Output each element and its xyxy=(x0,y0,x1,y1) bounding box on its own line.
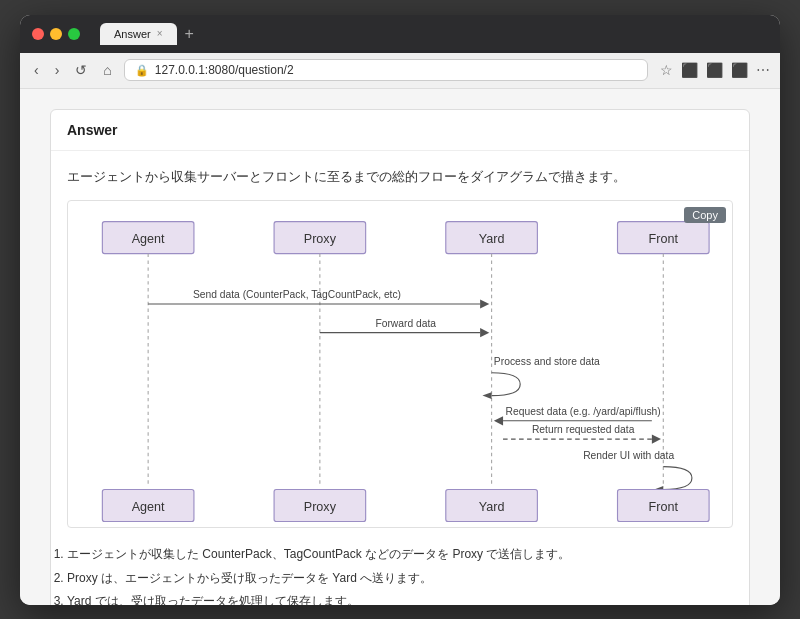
svg-marker-19 xyxy=(482,392,491,399)
svg-text:Yard: Yard xyxy=(479,500,505,514)
tab-title: Answer xyxy=(114,28,151,40)
page-content: Answer エージェントから収集サーバーとフロントに至るまでの総的フローをダイ… xyxy=(20,89,780,605)
svg-text:Return requested data: Return requested data xyxy=(532,424,635,435)
nav-bar: ‹ › ↺ ⌂ 🔒 127.0.0.1:8080/question/2 ☆ ⬛ … xyxy=(20,53,780,89)
svg-text:Forward data: Forward data xyxy=(375,318,436,329)
numbered-list: エージェントが収集した CounterPack、TagCountPack などの… xyxy=(67,544,733,604)
traffic-lights xyxy=(32,28,80,40)
svg-text:Send data (CounterPack, TagCou: Send data (CounterPack, TagCountPack, et… xyxy=(193,289,401,300)
title-bar: Answer × + xyxy=(20,15,780,53)
svg-marker-24 xyxy=(652,435,661,444)
svg-text:Process and store data: Process and store data xyxy=(494,356,600,367)
nav-actions: ☆ ⬛ ⬛ ⬛ ⋯ xyxy=(660,62,770,78)
svg-text:Front: Front xyxy=(649,232,679,246)
maximize-dot[interactable] xyxy=(68,28,80,40)
tab-close-btn[interactable]: × xyxy=(157,28,163,39)
svg-marker-21 xyxy=(494,416,503,425)
svg-text:Proxy: Proxy xyxy=(304,500,337,514)
home-button[interactable]: ⌂ xyxy=(99,60,115,80)
more-button[interactable]: ⋯ xyxy=(756,62,770,78)
svg-text:Agent: Agent xyxy=(132,232,165,246)
active-tab[interactable]: Answer × xyxy=(100,23,177,45)
browser-window: Answer × + ‹ › ↺ ⌂ 🔒 127.0.0.1:8080/ques… xyxy=(20,15,780,605)
answer-title: Answer xyxy=(67,122,118,138)
list-item: Yard では、受け取ったデータを処理して保存します。 xyxy=(67,591,733,604)
address-bar[interactable]: 🔒 127.0.0.1:8080/question/2 xyxy=(124,59,648,81)
new-tab-btn[interactable]: + xyxy=(185,25,194,43)
refresh-button[interactable]: ↺ xyxy=(71,60,91,80)
svg-text:Render UI with data: Render UI with data xyxy=(583,450,674,461)
close-dot[interactable] xyxy=(32,28,44,40)
answer-card: Answer エージェントから収集サーバーとフロントに至るまでの総的フローをダイ… xyxy=(50,109,750,605)
svg-marker-13 xyxy=(480,299,489,308)
diagram-svg: Agent Proxy Yard Front xyxy=(68,201,732,527)
svg-marker-16 xyxy=(480,328,489,337)
list-item: Proxy は、エージェントから受け取ったデータを Yard へ送ります。 xyxy=(67,568,733,590)
svg-text:Agent: Agent xyxy=(132,500,165,514)
answer-body: エージェントから収集サーバーとフロントに至るまでの総的フローをダイアグラムで描き… xyxy=(51,151,749,605)
minimize-dot[interactable] xyxy=(50,28,62,40)
svg-text:Request data (e.g. /yard/api/f: Request data (e.g. /yard/api/flush) xyxy=(506,406,661,417)
diagram-container: Copy Agent Proxy Yard Front xyxy=(67,200,733,528)
svg-text:Proxy: Proxy xyxy=(304,232,337,246)
intro-text: エージェントから収集サーバーとフロントに至るまでの総的フローをダイアグラムで描き… xyxy=(67,167,733,187)
profile-button[interactable]: ⬛ xyxy=(731,62,748,78)
url-text: 127.0.0.1:8080/question/2 xyxy=(155,63,637,77)
lock-icon: 🔒 xyxy=(135,64,149,77)
list-item: エージェントが収集した CounterPack、TagCountPack などの… xyxy=(67,544,733,566)
tab-bar: Answer × + xyxy=(100,23,194,45)
back-button[interactable]: ‹ xyxy=(30,60,43,80)
extensions-button[interactable]: ⬛ xyxy=(681,62,698,78)
answer-header: Answer xyxy=(51,110,749,151)
forward-button[interactable]: › xyxy=(51,60,64,80)
svg-text:Front: Front xyxy=(649,500,679,514)
share-button[interactable]: ⬛ xyxy=(706,62,723,78)
copy-button[interactable]: Copy xyxy=(684,207,726,223)
star-button[interactable]: ☆ xyxy=(660,62,673,78)
svg-text:Yard: Yard xyxy=(479,232,505,246)
